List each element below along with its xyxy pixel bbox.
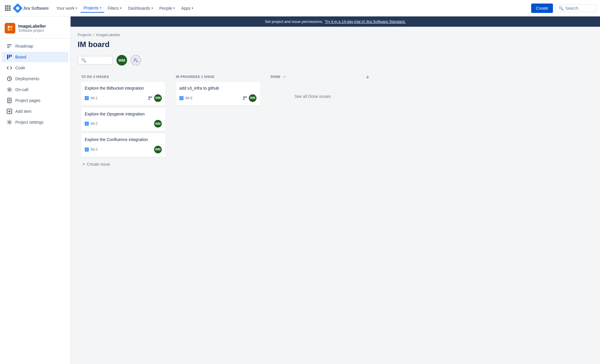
card-title: Explore the Confluence integration	[85, 137, 162, 143]
breadcrumb-projects[interactable]: Projects	[78, 33, 91, 37]
project-info: ImageLabeller Software project	[18, 24, 46, 33]
card-id: IM-3	[91, 147, 98, 152]
nav-apps[interactable]: Apps ▾	[178, 4, 196, 12]
logo[interactable]: Jira Software	[14, 5, 49, 12]
avatar-wm[interactable]: WM	[116, 55, 127, 66]
grid-menu-button[interactable]	[4, 4, 12, 12]
sidebar-item-board[interactable]: Board	[2, 52, 69, 62]
branch-icon	[148, 96, 152, 100]
breadcrumb: Projects / ImageLabeller	[78, 33, 593, 37]
pages-icon	[6, 98, 12, 103]
chevron-down-icon: ▾	[151, 6, 153, 10]
card-meta: ✓ IM-9	[179, 96, 192, 100]
chevron-down-icon: ▾	[192, 6, 193, 10]
see-all-done-button[interactable]: See all Done issues	[271, 82, 355, 110]
plus-icon: +	[366, 73, 370, 81]
chevron-down-icon: ▾	[120, 6, 121, 10]
in-progress-column: IN PROGRESS 1 ISSUE add s3_infra to gith…	[172, 71, 264, 111]
svg-rect-2	[8, 28, 10, 31]
card-id: IM-9	[185, 96, 192, 100]
settings-icon	[6, 119, 12, 125]
card-assignee-avatar: WM	[249, 94, 256, 102]
project-type: Software project	[18, 28, 46, 33]
done-column: DONE ✓ See all Done issues	[267, 71, 358, 114]
branch-icon	[243, 96, 247, 100]
add-column-button[interactable]: +	[362, 71, 374, 83]
card-title: add s3_infra to github	[179, 85, 256, 91]
sidebar-item-roadmap[interactable]: Roadmap	[2, 41, 69, 51]
search-icon: 🔍	[81, 58, 86, 63]
card-id: IM-2	[91, 122, 98, 126]
done-check-icon: ✓	[283, 75, 286, 78]
card-footer: ✓ IM-9 WM	[179, 94, 256, 102]
page-title: IM board	[78, 40, 593, 49]
card-assignee-avatar: WM	[154, 94, 162, 102]
svg-rect-6	[11, 55, 12, 57]
card-id: IM-1	[91, 96, 98, 100]
topnav: Jira Software Your work ▾ Projects ▾ Fil…	[0, 0, 600, 16]
card-title: Explore the Opsgenie integration	[85, 111, 162, 117]
nav-projects[interactable]: Projects ▾	[81, 4, 104, 13]
deployments-icon	[6, 76, 12, 82]
banner-text: Set project and issue permissions.	[265, 19, 323, 24]
logo-text: Jira Software	[23, 6, 49, 11]
todo-column-title: TO DO 3 ISSUES	[81, 75, 109, 78]
sidebar-project-header: ImageLabeller Software project	[0, 20, 70, 38]
roadmap-icon	[6, 43, 12, 49]
sidebar: ImageLabeller Software project Roadmap B…	[0, 16, 71, 179]
card-checkbox-icon: ✓	[85, 122, 89, 126]
in-progress-column-title: IN PROGRESS 1 ISSUE	[176, 75, 214, 78]
board-icon	[6, 54, 12, 60]
breadcrumb-image-labeller[interactable]: ImageLabeller	[96, 33, 120, 37]
banner-link[interactable]: Try it in a 14-day trial of Jira Softwar…	[325, 19, 406, 24]
code-icon	[6, 65, 12, 71]
chevron-down-icon: ▾	[100, 6, 101, 9]
nav-people[interactable]: People ▾	[156, 4, 178, 12]
banner: Set project and issue permissions. Try i…	[71, 16, 600, 27]
board-filters: 🔍 WM	[78, 55, 593, 66]
svg-rect-4	[7, 55, 8, 59]
board-card-im1[interactable]: Explore the Bitbucket integration ✓ IM-1	[81, 82, 165, 105]
sidebar-item-on-call[interactable]: On-call	[2, 84, 69, 95]
card-checkbox-icon: ✓	[85, 96, 89, 100]
sidebar-item-deployments[interactable]: Deployments	[2, 73, 69, 84]
on-call-icon	[6, 87, 12, 93]
create-issue-button[interactable]: + Create issue	[81, 159, 165, 169]
add-avatar-button[interactable]	[131, 55, 141, 66]
page-area: Projects / ImageLabeller IM board 🔍 WM	[71, 27, 600, 179]
card-assignee-avatar: WM	[154, 146, 162, 153]
nav-filters[interactable]: Filters ▾	[105, 4, 124, 12]
card-assignee-avatar: WM	[154, 120, 162, 128]
svg-rect-3	[10, 28, 12, 31]
todo-column: TO DO 3 ISSUES Explore the Bitbucket int…	[78, 71, 169, 173]
board-search-input[interactable]: 🔍	[78, 56, 113, 65]
sidebar-item-add-item[interactable]: Add item	[2, 106, 69, 117]
add-item-icon	[6, 108, 12, 114]
card-footer: ✓ IM-3 WM	[85, 146, 162, 153]
chevron-down-icon: ▾	[76, 6, 77, 10]
sidebar-item-code[interactable]: Code	[2, 63, 69, 73]
card-icons: WM	[243, 94, 256, 102]
svg-rect-1	[10, 26, 12, 28]
card-checkbox-icon: ✓	[85, 147, 89, 152]
card-meta: ✓ IM-3	[85, 147, 98, 152]
search-icon: 🔍	[559, 6, 564, 11]
card-checkbox-icon: ✓	[179, 96, 184, 100]
search-box[interactable]: 🔍 Search	[555, 4, 596, 12]
nav-items: Your work ▾ Projects ▾ Filters ▾ Dashboa…	[54, 4, 531, 13]
board-card-im9[interactable]: add s3_infra to github ✓ IM-9 WM	[176, 82, 260, 105]
nav-dashboards[interactable]: Dashboards ▾	[125, 4, 156, 12]
card-meta: ✓ IM-1	[85, 96, 98, 100]
nav-your-work[interactable]: Your work ▾	[54, 4, 80, 12]
board-card-im2[interactable]: Explore the Opsgenie integration ✓ IM-2 …	[81, 108, 165, 131]
create-button[interactable]: Create	[531, 4, 553, 13]
board-card-im3[interactable]: Explore the Confluence integration ✓ IM-…	[81, 133, 165, 157]
plus-icon: +	[82, 162, 85, 167]
card-meta: ✓ IM-2	[85, 122, 98, 126]
sidebar-item-project-pages[interactable]: Project pages	[2, 95, 69, 106]
logo-diamond-icon	[13, 3, 23, 13]
sidebar-item-project-settings[interactable]: Project settings	[2, 117, 69, 128]
project-name: ImageLabeller	[18, 24, 46, 28]
card-icons: WM	[154, 120, 162, 128]
card-footer: ✓ IM-1 WM	[85, 94, 162, 102]
